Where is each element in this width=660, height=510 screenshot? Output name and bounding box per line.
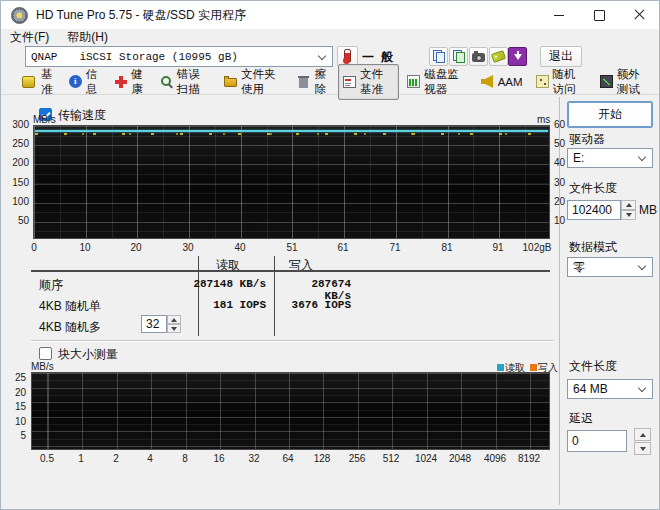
table-header-rule bbox=[31, 270, 550, 272]
x-tick: 51 bbox=[286, 242, 297, 253]
spin-down-button[interactable] bbox=[634, 442, 651, 455]
speed-chart bbox=[33, 125, 550, 239]
spin-down-button[interactable] bbox=[621, 210, 636, 220]
legend-write-swatch bbox=[530, 364, 537, 371]
tab-disk-monitor[interactable]: 磁盘监视器 bbox=[402, 64, 473, 100]
tab-erase[interactable]: 擦除 bbox=[292, 64, 335, 100]
aam-icon bbox=[481, 75, 494, 88]
maximize-button[interactable] bbox=[579, 1, 619, 29]
arrow-down-icon bbox=[171, 327, 177, 331]
x-tick: 61 bbox=[337, 242, 348, 253]
file-length-input[interactable]: 102400 bbox=[567, 200, 621, 220]
y-tick: 50 bbox=[554, 138, 565, 149]
menu-item-file[interactable]: 文件(F) bbox=[1, 29, 58, 46]
y-tick: 25 bbox=[6, 372, 26, 383]
tab-info[interactable]: 信息 bbox=[64, 64, 107, 100]
arrow-up-icon bbox=[626, 203, 632, 207]
tab-label: 文件基准 bbox=[360, 67, 394, 97]
block-file-length-select[interactable]: 64 MB bbox=[567, 379, 653, 399]
app-icon bbox=[11, 7, 28, 24]
benchmark-icon bbox=[22, 76, 35, 88]
x-tick: 128 bbox=[314, 453, 331, 464]
tab-label: 错误扫描 bbox=[177, 67, 211, 97]
queue-depth-input[interactable]: 32 bbox=[141, 315, 167, 333]
block-size-checkbox[interactable] bbox=[39, 347, 52, 360]
spin-down-button[interactable] bbox=[167, 324, 181, 333]
tab-health[interactable]: 健康 bbox=[109, 64, 152, 100]
drive-model: iSCSI Storage (10995 gB) bbox=[79, 51, 237, 63]
write-speed-dots bbox=[35, 133, 548, 135]
tab-aam[interactable]: AAM bbox=[476, 72, 528, 91]
y-tick: 10 bbox=[6, 416, 26, 427]
x-tick: 16 bbox=[213, 453, 224, 464]
copy-image-icon bbox=[453, 50, 465, 63]
window-title: HD Tune Pro 5.75 - 硬盘/SSD 实用程序 bbox=[36, 7, 246, 24]
camera-icon bbox=[472, 53, 485, 62]
x-tick: 0 bbox=[31, 242, 37, 253]
chevron-down-icon bbox=[638, 385, 646, 393]
disk-monitor-icon bbox=[407, 75, 420, 88]
y-tick: 10 bbox=[554, 215, 565, 226]
tab-folder-usage[interactable]: 文件夹使用 bbox=[219, 64, 290, 100]
y-tick: 15 bbox=[6, 401, 26, 412]
y-axis-unit-right: ms bbox=[537, 114, 550, 125]
spin-up-button[interactable] bbox=[167, 315, 181, 324]
legend-read-swatch bbox=[497, 364, 504, 371]
y-tick: 250 bbox=[5, 138, 29, 149]
y-tick: 300 bbox=[5, 119, 29, 130]
y-tick: 20 bbox=[6, 387, 26, 398]
table-divider bbox=[198, 256, 199, 336]
section-separator bbox=[31, 340, 554, 342]
drive-select[interactable]: E: bbox=[567, 148, 653, 168]
delay-label: 延迟 bbox=[569, 410, 593, 427]
read-speed-line bbox=[35, 130, 548, 132]
tag-icon bbox=[491, 50, 506, 63]
tab-benchmark[interactable]: 基准 bbox=[15, 64, 61, 100]
x-tick: 256 bbox=[349, 453, 366, 464]
menu-bar: 文件(F) 帮助(H) bbox=[1, 29, 659, 46]
chevron-down-icon bbox=[638, 263, 646, 271]
x-tick: 512 bbox=[383, 453, 400, 464]
x-tick: 1 bbox=[78, 453, 84, 464]
title-bar: HD Tune Pro 5.75 - 硬盘/SSD 实用程序 bbox=[1, 1, 659, 29]
y-axis-unit: MB/s bbox=[31, 361, 54, 372]
x-tick: 71 bbox=[389, 242, 400, 253]
y-tick: 60 bbox=[554, 119, 565, 130]
tab-file-benchmark[interactable]: 文件基准 bbox=[338, 64, 399, 100]
exit-button-label: 退出 bbox=[549, 48, 573, 65]
table-divider bbox=[274, 256, 275, 336]
block-chart bbox=[31, 372, 550, 450]
drive-label: 驱动器 bbox=[569, 131, 605, 148]
tab-random-access[interactable]: 随机访问 bbox=[531, 64, 592, 100]
delay-input[interactable]: 0 bbox=[567, 430, 627, 452]
read-value: 181 IOPS bbox=[151, 299, 266, 311]
data-mode-select[interactable]: 零 bbox=[567, 257, 653, 277]
tab-bar: 基准 信息 健康 错误扫描 文件夹使用 擦除 文件基准 磁盘监视器 AAM 随机… bbox=[1, 69, 659, 95]
file-benchmark-icon bbox=[343, 76, 356, 88]
hdtune-window: HD Tune Pro 5.75 - 硬盘/SSD 实用程序 文件(F) 帮助(… bbox=[0, 0, 660, 510]
spin-up-button[interactable] bbox=[621, 200, 636, 210]
minimize-button[interactable] bbox=[539, 1, 579, 29]
file-length-unit: MB bbox=[639, 203, 657, 217]
chevron-down-icon bbox=[638, 154, 646, 162]
x-tick: 4096 bbox=[484, 453, 506, 464]
menu-item-help[interactable]: 帮助(H) bbox=[58, 29, 117, 46]
addons-button[interactable] bbox=[489, 47, 508, 66]
x-tick: 10 bbox=[79, 242, 90, 253]
transfer-speed-label: 传输速度 bbox=[58, 107, 106, 124]
screenshot-button[interactable] bbox=[469, 47, 488, 66]
x-tick: 30 bbox=[182, 242, 193, 253]
tab-extra-tests[interactable]: 额外测试 bbox=[595, 64, 656, 100]
start-button[interactable]: 开始 bbox=[567, 101, 653, 128]
close-button[interactable] bbox=[619, 1, 659, 29]
tab-error-scan[interactable]: 错误扫描 bbox=[155, 64, 216, 100]
tab-label: 擦除 bbox=[314, 67, 330, 97]
update-button[interactable] bbox=[508, 47, 527, 66]
random-access-icon bbox=[536, 75, 549, 88]
x-tick: 8 bbox=[182, 453, 188, 464]
drive-select-value: E: bbox=[573, 151, 584, 165]
x-tick: 1024 bbox=[415, 453, 437, 464]
x-tick: 40 bbox=[234, 242, 245, 253]
data-mode-label: 数据模式 bbox=[569, 239, 617, 256]
spin-up-button[interactable] bbox=[634, 428, 651, 441]
